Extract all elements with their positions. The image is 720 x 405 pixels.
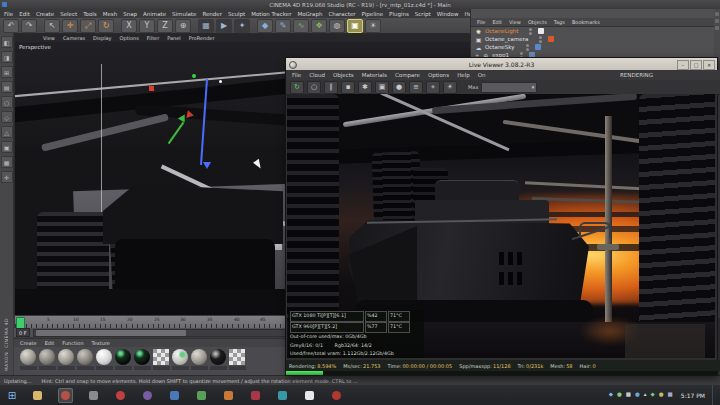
vp-menu-cameras[interactable]: Cameras xyxy=(63,35,85,41)
visibility-dots[interactable] xyxy=(526,44,529,51)
menu-plugins[interactable]: Plugins xyxy=(389,11,409,17)
mat-menu-edit[interactable]: Edit xyxy=(45,340,55,346)
object-name[interactable]: OctaneLight xyxy=(485,28,518,34)
menu-mesh[interactable]: Mesh xyxy=(103,11,117,17)
vp-menu-options[interactable]: Options xyxy=(120,35,139,41)
render-view-icon[interactable]: ▦ xyxy=(198,19,214,33)
vp-menu-view[interactable]: View xyxy=(43,35,55,41)
object-row-octanesky[interactable]: ☁ OctaneSky xyxy=(471,43,720,51)
material-thumb[interactable] xyxy=(153,349,170,370)
taskbar-app-icon[interactable] xyxy=(141,389,154,402)
tray-icon[interactable]: ● xyxy=(659,392,664,398)
taskbar-app-icon[interactable] xyxy=(114,389,127,402)
object-name[interactable]: OctaneSky xyxy=(485,44,515,50)
taskbar-app-icon[interactable] xyxy=(330,389,343,402)
taskbar-app-icon[interactable] xyxy=(87,389,100,402)
menu-select[interactable]: Select xyxy=(60,11,77,17)
gizmo-y-handle[interactable] xyxy=(192,74,196,78)
menu-simulate[interactable]: Simulate xyxy=(172,11,196,17)
workplane-icon[interactable]: ▤ xyxy=(1,81,13,93)
live-viewer-titlebar[interactable]: Live Viewer 3.08.2-R3 – □ ✕ xyxy=(286,58,717,70)
tray-icon[interactable]: ● xyxy=(635,392,640,398)
material-thumb[interactable] xyxy=(58,349,75,370)
taskbar-app-cinema4d[interactable] xyxy=(58,388,73,403)
vp-menu-panel[interactable]: Panel xyxy=(167,35,181,41)
menu-edit[interactable]: Edit xyxy=(19,11,30,17)
focus-picker-icon[interactable]: ⌖ xyxy=(426,81,440,94)
menu-mograph[interactable]: MoGraph xyxy=(297,11,322,17)
vp-menu-display[interactable]: Display xyxy=(93,35,111,41)
om-menu-bookmarks[interactable]: Bookmarks xyxy=(572,19,600,25)
vp-menu-prorender[interactable]: ProRender xyxy=(189,35,215,41)
om-menu-file[interactable]: File xyxy=(477,19,485,25)
render-passes-icon[interactable]: ≡ xyxy=(409,81,423,94)
polygons-mode-icon[interactable]: △ xyxy=(1,126,13,138)
tray-icon[interactable]: ▴ xyxy=(644,392,647,398)
settings-icon[interactable]: ✱ xyxy=(358,81,372,94)
render-settings-icon[interactable]: ✦ xyxy=(234,19,250,33)
object-row-octane-camera[interactable]: ▣ Octane_camera xyxy=(471,35,720,43)
redo-icon[interactable]: ↷ xyxy=(21,19,37,33)
render-picture-viewer-icon[interactable]: ▶ xyxy=(216,19,232,33)
stop-render-icon[interactable]: ○ xyxy=(307,81,321,94)
material-thumb[interactable] xyxy=(229,349,246,370)
timeline-scroll-handle[interactable] xyxy=(36,330,186,336)
tray-icon[interactable]: ■ xyxy=(626,392,631,398)
live-viewer-window[interactable]: Live Viewer 3.08.2-R3 – □ ✕ File Cloud O… xyxy=(285,57,718,376)
material-thumb[interactable] xyxy=(115,349,132,370)
coord-system-icon[interactable]: ⊕ xyxy=(175,19,191,33)
material-thumb[interactable] xyxy=(191,349,208,370)
primitive-cube-icon[interactable]: ◆ xyxy=(257,19,273,33)
taskbar-app-folder[interactable] xyxy=(31,389,44,402)
select-tool-icon[interactable]: ↖ xyxy=(44,19,60,33)
taskbar-app-icon[interactable] xyxy=(195,389,208,402)
om-menu-view[interactable]: View xyxy=(509,19,521,25)
mat-menu-create[interactable]: Create xyxy=(20,340,37,346)
visibility-dots[interactable] xyxy=(539,36,542,43)
texture-mode-icon[interactable]: ⊞ xyxy=(1,66,13,78)
render-view[interactable]: GTX 1080 Ti[P][T][6.1] %42 71°C GTX 960[… xyxy=(287,94,715,358)
taskbar-app-icon[interactable] xyxy=(222,389,235,402)
deformer-icon[interactable]: ◍ xyxy=(329,19,345,33)
taskbar-app-icon[interactable] xyxy=(303,389,316,402)
tray-icon[interactable]: ◆ xyxy=(651,392,655,398)
material-thumb[interactable] xyxy=(20,349,37,370)
material-thumb[interactable] xyxy=(96,349,113,370)
material-thumb[interactable] xyxy=(172,349,189,370)
taskbar-app-icon[interactable] xyxy=(168,389,181,402)
menu-window[interactable]: Window xyxy=(437,11,459,17)
mat-menu-function[interactable]: Function xyxy=(62,340,83,346)
pause-render-icon[interactable]: ∥ xyxy=(324,81,338,94)
lv-menu-objects[interactable]: Objects xyxy=(333,72,354,78)
maximize-button[interactable]: □ xyxy=(690,60,702,70)
light-icon[interactable]: ☀ xyxy=(365,19,381,33)
material-preview-icon[interactable]: ● xyxy=(392,81,406,94)
object-row-octanelight[interactable]: ✺ OctaneLight xyxy=(471,27,720,35)
camera-icon[interactable]: ▣ xyxy=(347,19,363,33)
light-object-dot[interactable] xyxy=(219,80,222,83)
material-thumb[interactable] xyxy=(210,349,227,370)
tray-icon[interactable]: ◆ xyxy=(609,392,613,398)
taskbar-app-icon[interactable] xyxy=(249,389,262,402)
menu-render[interactable]: Render xyxy=(202,11,222,17)
current-frame-field[interactable]: 0 F xyxy=(16,328,30,337)
taskbar-clock[interactable]: 5:17 PM xyxy=(681,392,705,399)
material-thumb[interactable] xyxy=(77,349,94,370)
material-thumb[interactable] xyxy=(39,349,56,370)
viewport-filter-icon[interactable]: ▦ xyxy=(1,156,13,168)
menu-pipeline[interactable]: Pipeline xyxy=(362,11,384,17)
x-lock-icon[interactable]: X xyxy=(121,19,137,33)
lv-menu-cloud[interactable]: Cloud xyxy=(309,72,325,78)
snap-icon[interactable]: ✛ xyxy=(1,171,13,183)
menu-animate[interactable]: Animate xyxy=(143,11,166,17)
move-tool-icon[interactable]: ✛ xyxy=(62,19,78,33)
pen-tool-icon[interactable]: ✎ xyxy=(275,19,291,33)
scale-tool-icon[interactable]: ⤢ xyxy=(80,19,96,33)
menu-create[interactable]: Create xyxy=(36,11,54,17)
object-tag-icon[interactable] xyxy=(535,44,541,50)
z-lock-icon[interactable]: Z xyxy=(157,19,173,33)
lv-menu-compare[interactable]: Compare xyxy=(395,72,420,78)
lock-resolution-icon[interactable]: ▣ xyxy=(375,81,389,94)
show-desktop-button[interactable] xyxy=(712,385,717,405)
menu-motion-tracker[interactable]: Motion Tracker xyxy=(251,11,291,17)
